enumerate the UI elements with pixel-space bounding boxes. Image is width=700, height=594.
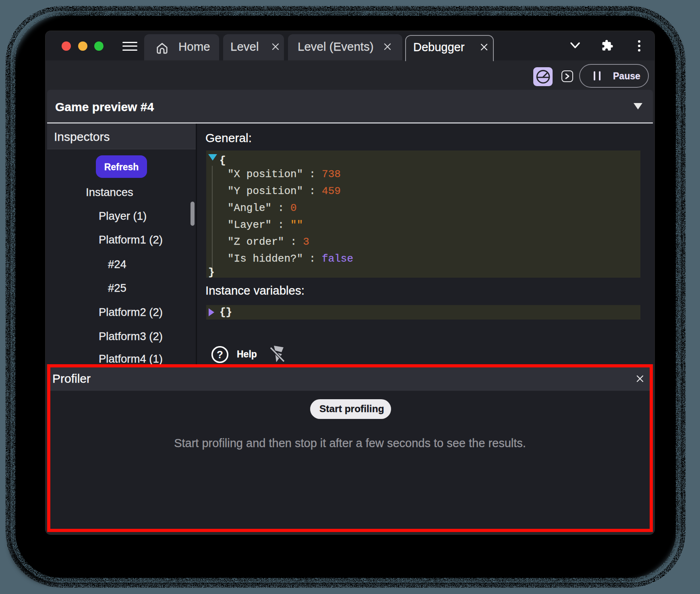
svg-text:?: ? bbox=[217, 349, 223, 361]
